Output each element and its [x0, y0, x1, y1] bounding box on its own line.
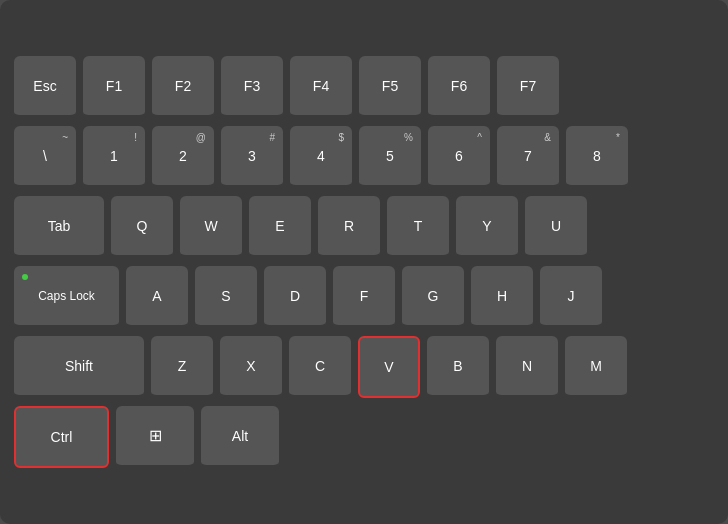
bottom-row: Ctrl ⊞ Alt [14, 406, 714, 468]
key-4[interactable]: $ 4 [290, 126, 352, 188]
qwerty-row: Tab Q W E R T Y U [14, 196, 714, 258]
keyboard: Esc F1 F2 F3 F4 F5 F6 F7 ~ \ ! 1 @ 2 # 3… [0, 0, 728, 524]
key-backtick[interactable]: ~ \ [14, 126, 76, 188]
key-c[interactable]: C [289, 336, 351, 398]
key-w[interactable]: W [180, 196, 242, 258]
key-1[interactable]: ! 1 [83, 126, 145, 188]
key-g[interactable]: G [402, 266, 464, 328]
key-f3[interactable]: F3 [221, 56, 283, 118]
number-row: ~ \ ! 1 @ 2 # 3 $ 4 % 5 ^ 6 & 7 [14, 126, 714, 188]
key-b[interactable]: B [427, 336, 489, 398]
key-u[interactable]: U [525, 196, 587, 258]
key-r[interactable]: R [318, 196, 380, 258]
key-f4[interactable]: F4 [290, 56, 352, 118]
key-f2[interactable]: F2 [152, 56, 214, 118]
caps-lock-indicator [22, 274, 28, 280]
key-7[interactable]: & 7 [497, 126, 559, 188]
key-y[interactable]: Y [456, 196, 518, 258]
key-f5[interactable]: F5 [359, 56, 421, 118]
key-f1[interactable]: F1 [83, 56, 145, 118]
key-v[interactable]: V [358, 336, 420, 398]
key-h[interactable]: H [471, 266, 533, 328]
key-6[interactable]: ^ 6 [428, 126, 490, 188]
key-m[interactable]: M [565, 336, 627, 398]
key-win[interactable]: ⊞ [116, 406, 194, 468]
key-s[interactable]: S [195, 266, 257, 328]
key-a[interactable]: A [126, 266, 188, 328]
windows-icon: ⊞ [149, 426, 162, 445]
key-shift[interactable]: Shift [14, 336, 144, 398]
key-x[interactable]: X [220, 336, 282, 398]
key-e[interactable]: E [249, 196, 311, 258]
zxcv-row: Shift Z X C V B N M [14, 336, 714, 398]
key-z[interactable]: Z [151, 336, 213, 398]
key-2[interactable]: @ 2 [152, 126, 214, 188]
key-tab[interactable]: Tab [14, 196, 104, 258]
key-5[interactable]: % 5 [359, 126, 421, 188]
key-f6[interactable]: F6 [428, 56, 490, 118]
key-esc[interactable]: Esc [14, 56, 76, 118]
asdf-row: Caps Lock A S D F G H J [14, 266, 714, 328]
key-alt[interactable]: Alt [201, 406, 279, 468]
key-f7[interactable]: F7 [497, 56, 559, 118]
function-row: Esc F1 F2 F3 F4 F5 F6 F7 [14, 56, 714, 118]
key-f[interactable]: F [333, 266, 395, 328]
key-t[interactable]: T [387, 196, 449, 258]
key-ctrl[interactable]: Ctrl [14, 406, 109, 468]
key-8[interactable]: * 8 [566, 126, 628, 188]
key-3[interactable]: # 3 [221, 126, 283, 188]
key-j[interactable]: J [540, 266, 602, 328]
key-d[interactable]: D [264, 266, 326, 328]
key-n[interactable]: N [496, 336, 558, 398]
key-q[interactable]: Q [111, 196, 173, 258]
key-capslock[interactable]: Caps Lock [14, 266, 119, 328]
